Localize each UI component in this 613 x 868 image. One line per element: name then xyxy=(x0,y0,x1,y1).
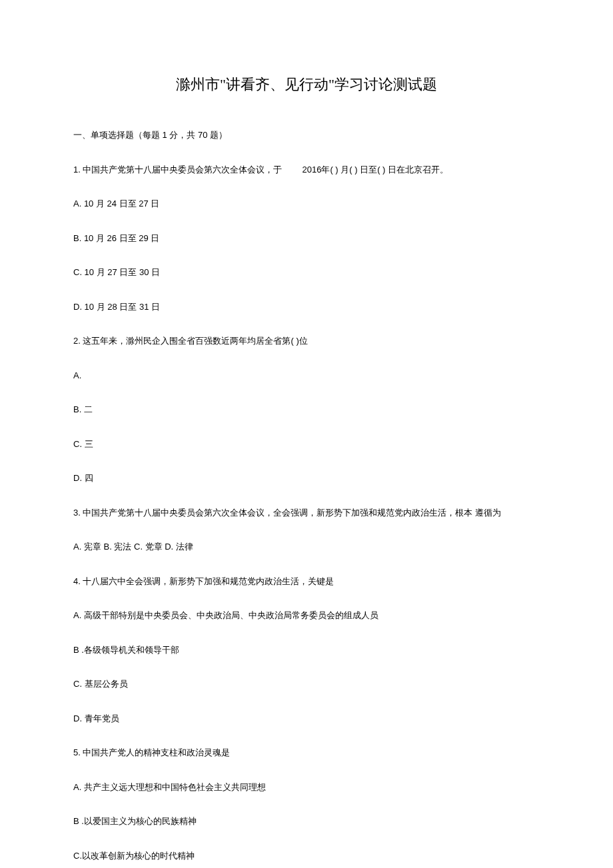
question-3-text: 3. 中国共产党第十八届中央委员会第六次全体会议，全会强调，新形势下加强和规范党… xyxy=(73,506,540,520)
q2-option-c: C. 三 xyxy=(73,438,540,451)
page-title: 滁州市"讲看齐、见行动"学习讨论测试题 xyxy=(73,73,540,95)
q1-option-d: D. 10 月 28 日至 31 日 xyxy=(73,300,540,314)
question-1-text: 1. 中国共产党第十八届中央委员会第六次全体会议，于2016年( ) 月( ) … xyxy=(73,163,540,177)
q5-option-c: C.以改革创新为核心的时代精神 xyxy=(73,849,540,863)
q1-suffix: 2016年( ) 月( ) 日至( ) 日在北京召开。 xyxy=(302,165,448,175)
q1-option-c: C. 10 月 27 日至 30 日 xyxy=(73,266,540,279)
q4-option-a: A. 高级干部特别是中央委员会、中央政治局、中央政治局常务委员会的组成人员 xyxy=(73,609,540,622)
q4-option-c: C. 基层公务员 xyxy=(73,677,540,691)
q5-option-a: A. 共产主义远大理想和中国特色社会主义共同理想 xyxy=(73,781,540,794)
q4-option-b: B .各级领导机关和领导干部 xyxy=(73,644,540,657)
question-2: 2. 这五年来，滁州民企入围全省百强数近两年均居全省第( )位 A. B. 二 … xyxy=(73,334,540,485)
question-4-text: 4. 十八届六中全会强调，新形势下加强和规范党内政治生活，关键是 xyxy=(73,575,540,588)
question-5-text: 5. 中国共产党人的精神支柱和政治灵魂是 xyxy=(73,746,540,759)
q2-option-d: D. 四 xyxy=(73,472,540,485)
q5-option-b: B .以爱国主义为核心的民族精神 xyxy=(73,815,540,828)
q4-option-d: D. 青年党员 xyxy=(73,712,540,725)
question-3: 3. 中国共产党第十八届中央委员会第六次全体会议，全会强调，新形势下加强和规范党… xyxy=(73,506,540,554)
question-1: 1. 中国共产党第十八届中央委员会第六次全体会议，于2016年( ) 月( ) … xyxy=(73,163,540,314)
q1-prefix: 1. 中国共产党第十八届中央委员会第六次全体会议，于 xyxy=(73,165,282,175)
question-4: 4. 十八届六中全会强调，新形势下加强和规范党内政治生活，关键是 A. 高级干部… xyxy=(73,575,540,725)
section-header: 一、单项选择题（每题 1 分，共 70 题） xyxy=(73,129,540,142)
q2-option-b: B. 二 xyxy=(73,403,540,416)
question-2-text: 2. 这五年来，滁州民企入围全省百强数近两年均居全省第( )位 xyxy=(73,334,540,348)
q3-options: A. 宪章 B. 宪法 C. 党章 D. 法律 xyxy=(73,540,540,554)
q1-option-b: B. 10 月 26 日至 29 日 xyxy=(73,232,540,245)
q2-option-a: A. xyxy=(73,369,540,382)
q1-option-a: A. 10 月 24 日至 27 日 xyxy=(73,197,540,211)
question-5: 5. 中国共产党人的精神支柱和政治灵魂是 A. 共产主义远大理想和中国特色社会主… xyxy=(73,746,540,868)
